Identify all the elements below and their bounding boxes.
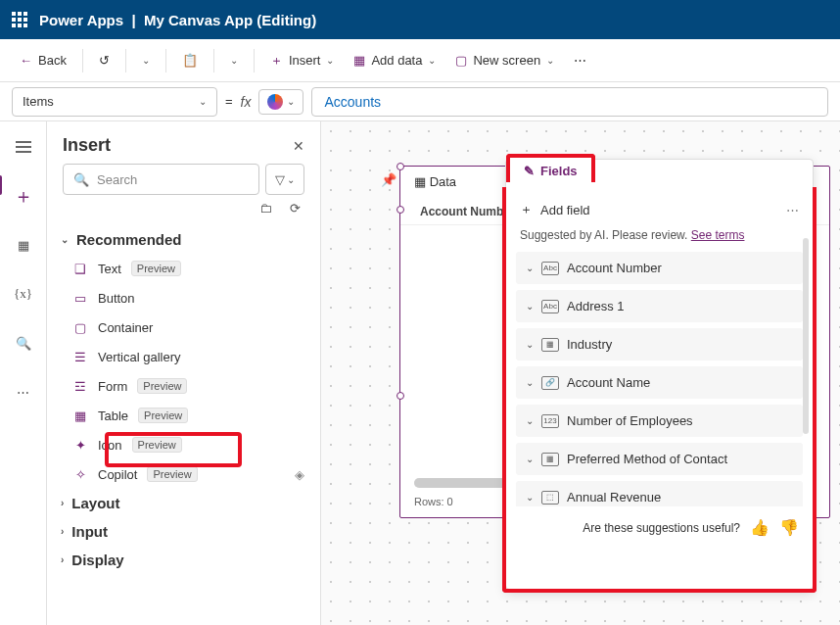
plus-icon: ＋ [520,201,533,218]
item-icon[interactable]: ✦ Icon Preview [57,430,310,459]
ideas-button[interactable]: ⌄ [258,89,303,115]
table-icon: ▦ [72,408,88,423]
preview-badge: Preview [138,408,188,423]
chevron-down-icon: ⌄ [526,301,534,312]
rail-variables-icon[interactable]: {x} [8,278,39,310]
fields-tab[interactable]: ✎ Fields [506,154,595,182]
item-container[interactable]: ▢ Container [57,312,310,342]
chevron-down-icon: ⌄ [526,263,534,273]
insert-button[interactable]: ＋ Insert ⌄ [262,46,343,75]
field-row[interactable]: ⌄⬚Annual Revenue [516,481,803,506]
item-copilot[interactable]: ✧ Copilot Preview ◈ [57,459,310,489]
see-terms-link[interactable]: See terms [691,228,745,242]
chevron-down-icon: ⌄ [199,96,207,107]
fx-icon: fx [241,94,252,110]
item-text[interactable]: ❑ Text Preview [57,254,310,283]
chevron-right-icon: › [61,526,64,537]
field-row[interactable]: ⌄AbcAccount Number [516,252,803,284]
component-library-icon[interactable]: 🗀 [259,201,272,216]
svg-rect-0 [16,141,31,143]
more-icon[interactable]: ⋯ [786,203,799,217]
field-row[interactable]: ⌄▦Preferred Method of Contact [516,443,803,475]
undo-button[interactable]: ↺ [91,47,117,73]
insert-tree: ⌄ Recommended ❑ Text Preview ▭ Button ▢ … [47,221,320,625]
canvas[interactable]: 📌 ▦ Data Account Numbe Rows: 0 ✎ Fields … [321,121,840,625]
svg-rect-1 [16,146,31,148]
paste-split[interactable]: ⌄ [222,49,246,72]
undo-split[interactable]: ⌄ [134,49,158,72]
filter-button[interactable]: ▽ ⌄ [265,164,304,195]
app-launcher-icon[interactable] [12,12,27,27]
svg-rect-2 [16,151,31,153]
rail-insert-icon[interactable]: ＋ [8,180,39,212]
add-field-button[interactable]: ＋ Add field [520,201,590,218]
field-label: Industry [567,337,612,352]
field-row[interactable]: ⌄🔗Account Name [516,366,803,399]
add-data-button[interactable]: ▦ Add data ⌄ [346,47,443,73]
insert-title: Insert [63,135,111,156]
field-row[interactable]: ⌄AbcAddress 1 [516,290,803,322]
button-icon: ▭ [72,290,88,306]
new-screen-button[interactable]: ▢ New screen ⌄ [447,47,562,73]
rail-more-icon[interactable]: ⋯ [8,376,39,408]
rail-data-icon[interactable]: ▦ [8,229,39,261]
pin-icon[interactable]: 📌 [381,172,397,187]
group-layout[interactable]: › Layout [57,489,310,517]
property-selector[interactable]: Items ⌄ [12,87,217,117]
paste-button[interactable]: 📋 [174,47,206,73]
back-button[interactable]: ← Back [12,47,74,73]
equals-label: = [225,94,233,109]
item-form[interactable]: ☲ Form Preview [57,371,310,401]
preview-badge: Preview [132,437,182,453]
preview-badge: Preview [131,261,181,276]
copilot-icon [267,94,283,110]
chevron-down-icon: ⌄ [287,96,295,107]
field-label: Preferred Method of Contact [567,452,727,466]
container-icon: ▢ [72,319,88,335]
refresh-icon[interactable]: ⟳ [290,201,301,216]
item-table[interactable]: ▦ Table Preview [57,401,310,430]
undo-icon: ↺ [99,53,110,68]
field-type-icon: 123 [541,414,559,428]
rail-tree-icon[interactable] [8,131,39,163]
chevron-right-icon: › [61,498,64,508]
preview-badge: Preview [147,466,197,482]
search-input[interactable]: 🔍 Search [63,164,259,195]
data-tab[interactable]: ▦ Data [414,174,456,193]
field-type-icon: Abc [541,300,559,313]
fields-panel: ✎ Fields ＋ Add field ⋯ Suggested by AI. … [505,159,814,590]
item-vgallery[interactable]: ☰ Vertical gallery [57,342,310,371]
gallery-icon: ☰ [72,349,88,364]
field-label: Annual Revenue [567,490,661,505]
filter-icon: ▽ [275,172,285,187]
close-icon[interactable]: ✕ [293,138,304,154]
item-button[interactable]: ▭ Button [57,283,310,312]
field-type-icon: ▦ [541,453,559,466]
rail-search-icon[interactable]: 🔍 [8,327,39,359]
edit-icon: ✎ [524,164,535,178]
group-input[interactable]: › Input [57,517,310,546]
formula-input[interactable]: Accounts [311,87,828,117]
field-label: Account Number [567,261,662,275]
thumbs-up-icon[interactable]: 👍 [750,518,770,537]
thumbs-down-icon[interactable]: 👎 [779,518,799,537]
field-row[interactable]: ⌄123Number of Employees [516,405,803,437]
app-title: Power Apps | My Canvas App (Editing) [39,12,316,28]
group-recommended[interactable]: ⌄ Recommended [57,225,310,254]
field-row[interactable]: ⌄▦Industry [516,328,803,361]
field-type-icon: ⬚ [541,491,559,505]
plus-icon: ＋ [270,52,283,70]
formula-bar: Items ⌄ = fx ⌄ Accounts [0,82,840,121]
preview-badge: Preview [137,378,187,394]
field-label: Address 1 [567,299,625,313]
vertical-scrollbar[interactable] [803,238,809,434]
insert-pane: Insert ✕ 🔍 Search ▽ ⌄ 🗀 ⟳ ⌄ Recommended … [47,121,321,625]
chevron-down-icon: ⌄ [526,339,534,350]
more-button[interactable]: ⋯ [566,47,594,73]
screen-plus-icon: ▢ [455,53,467,68]
field-label: Number of Employees [567,413,693,428]
group-display[interactable]: › Display [57,546,310,574]
field-type-icon: 🔗 [541,376,559,390]
copilot-icon: ✧ [72,466,88,482]
left-rail: ＋ ▦ {x} 🔍 ⋯ [0,121,47,625]
